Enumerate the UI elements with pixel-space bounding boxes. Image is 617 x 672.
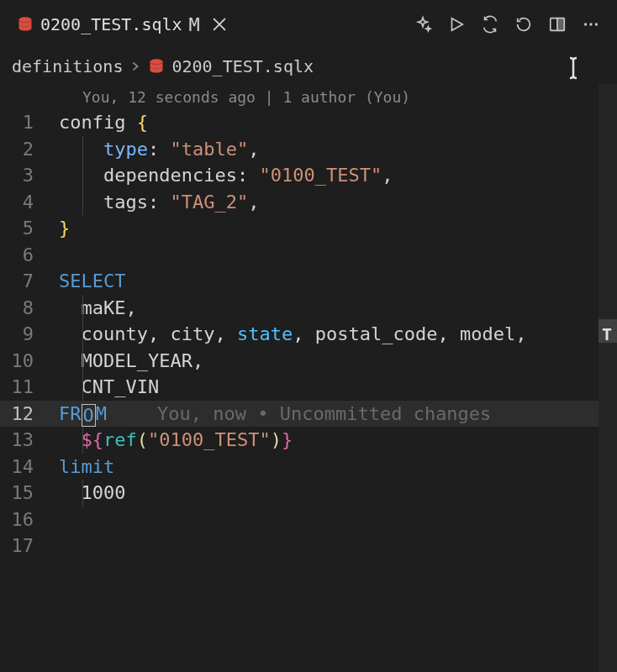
code-line[interactable]: 10 MODEL_YEAR, — [0, 348, 617, 375]
line-number: 6 — [0, 242, 59, 269]
tab-title: 0200_TEST.sqlx — [40, 14, 182, 34]
svg-rect-2 — [557, 18, 564, 31]
split-icon[interactable] — [548, 15, 567, 34]
play-icon[interactable] — [447, 15, 466, 34]
undo-icon[interactable] — [514, 15, 533, 34]
svg-point-3 — [584, 23, 587, 25]
gitlens-annotation: You, now • Uncommitted changes — [157, 403, 491, 424]
line-number: 1 — [0, 109, 59, 136]
tab-active[interactable]: 0200_TEST.sqlx M — [7, 2, 242, 47]
code-line[interactable]: 14 limit — [0, 454, 617, 480]
line-number: 4 — [0, 189, 59, 216]
code-content[interactable]: CNT_VIN — [59, 374, 617, 401]
line-number: 15 — [0, 480, 59, 507]
code-content[interactable]: county, city, state, postal_code, model, — [59, 321, 617, 348]
code-content[interactable]: maKE, — [59, 295, 617, 322]
code-line-active[interactable]: 12 FROMYou, now • Uncommitted changes — [0, 401, 617, 428]
code-content[interactable]: MODEL_YEAR, — [59, 348, 617, 375]
line-number: 14 — [0, 454, 59, 480]
database-icon — [17, 16, 34, 33]
svg-point-5 — [595, 23, 598, 25]
sparkle-icon[interactable] — [414, 15, 432, 34]
more-icon[interactable] — [582, 15, 600, 34]
minimap-marker: T — [602, 324, 614, 339]
code-line[interactable]: 7 SELECT — [0, 268, 617, 295]
code-line[interactable]: 2 type: "table", — [0, 136, 617, 163]
code-content[interactable]: config { — [59, 109, 617, 136]
code-content[interactable]: dependencies: "0100_TEST", — [59, 162, 617, 189]
text-caret: O — [82, 404, 96, 427]
svg-point-6 — [150, 59, 163, 64]
svg-point-4 — [589, 23, 592, 25]
line-number: 9 — [0, 321, 59, 348]
code-line[interactable]: 3 dependencies: "0100_TEST", — [0, 162, 617, 189]
code-line[interactable]: 13 ${ref("0100_TEST")} — [0, 427, 617, 454]
chevron-right-icon — [129, 60, 141, 72]
code-content[interactable]: 1000 — [59, 480, 617, 507]
sync-icon[interactable] — [481, 15, 499, 34]
line-number: 5 — [0, 215, 59, 242]
line-number: 16 — [0, 507, 59, 533]
code-line[interactable]: 9 county, city, state, postal_code, mode… — [0, 321, 617, 348]
code-content[interactable]: limit — [59, 454, 617, 480]
code-editor[interactable]: 1 config { 2 type: "table", 3 dependenci… — [0, 109, 617, 559]
code-line[interactable]: 17 — [0, 533, 617, 559]
code-content[interactable]: tags: "TAG_2", — [59, 189, 617, 216]
line-number: 11 — [0, 374, 59, 401]
code-line[interactable]: 4 tags: "TAG_2", — [0, 189, 617, 216]
line-number: 3 — [0, 162, 59, 189]
close-icon[interactable] — [207, 15, 232, 34]
line-number: 17 — [0, 533, 59, 559]
code-line[interactable]: 15 1000 — [0, 480, 617, 507]
code-line[interactable]: 1 config { — [0, 109, 617, 136]
line-number: 13 — [0, 427, 59, 454]
code-line[interactable]: 8 maKE, — [0, 295, 617, 322]
code-content[interactable]: SELECT — [59, 268, 617, 295]
code-content[interactable]: type: "table", — [59, 136, 617, 163]
code-content[interactable]: } — [59, 215, 617, 242]
line-number: 12 — [0, 401, 59, 428]
line-number: 10 — [0, 348, 59, 375]
breadcrumb-file[interactable]: 0200_TEST.sqlx — [171, 56, 314, 76]
code-line[interactable]: 11 CNT_VIN — [0, 374, 617, 401]
code-content[interactable]: ${ref("0100_TEST")} — [59, 427, 617, 454]
editor-toolbar — [414, 15, 610, 34]
database-icon — [148, 58, 165, 75]
code-line[interactable]: 5 } — [0, 215, 617, 242]
tab-bar: 0200_TEST.sqlx M — [0, 0, 617, 49]
editor-scrollbar[interactable]: T — [599, 84, 617, 672]
line-number: 8 — [0, 295, 59, 322]
breadcrumb[interactable]: definitions 0200_TEST.sqlx — [0, 49, 617, 84]
breadcrumb-folder[interactable]: definitions — [12, 56, 123, 76]
code-content[interactable]: FROMYou, now • Uncommitted changes — [59, 401, 617, 428]
text-cursor-icon — [563, 55, 583, 85]
line-number: 2 — [0, 136, 59, 163]
code-line[interactable]: 6 — [0, 242, 617, 269]
line-number: 7 — [0, 268, 59, 295]
code-line[interactable]: 16 — [0, 507, 617, 533]
modified-indicator: M — [189, 14, 200, 35]
svg-point-0 — [19, 17, 32, 22]
codelens-author[interactable]: You, 12 seconds ago | 1 author (You) — [0, 84, 617, 109]
